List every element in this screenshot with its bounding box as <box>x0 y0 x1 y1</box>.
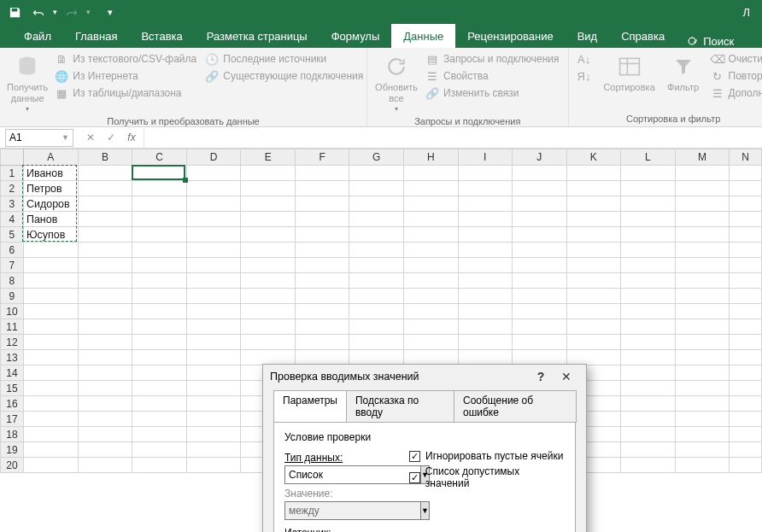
tab-review[interactable]: Рецензирование <box>455 24 565 48</box>
get-data-button[interactable]: Получить данные ▾ <box>5 51 50 114</box>
svg-point-0 <box>689 38 695 44</box>
undo-icon[interactable] <box>29 3 48 21</box>
reapply-icon: ↻ <box>711 69 724 83</box>
properties-icon: ☰ <box>425 69 439 83</box>
properties-button[interactable]: ☰Свойства <box>422 68 563 84</box>
ribbon-group-connections: Обновить все ▾ ▤Запросы и подключения ☰С… <box>367 48 569 126</box>
link-icon: 🔗 <box>205 69 219 83</box>
edit-links-button[interactable]: 🔗Изменить связи <box>422 85 563 101</box>
redo-icon[interactable] <box>62 3 81 21</box>
save-icon[interactable] <box>5 3 24 21</box>
fx-icon: fx <box>127 132 135 143</box>
recent-sources-button[interactable]: 🕓Последние источники <box>202 51 366 67</box>
from-table-button[interactable]: ▦Из таблицы/диапазона <box>51 85 200 101</box>
table-icon: ▦ <box>55 86 68 100</box>
ribbon-group-label: Получить и преобразовать данные <box>5 114 361 129</box>
dialog-titlebar[interactable]: Проверка вводимых значений ? ✕ <box>263 365 586 389</box>
ribbon-group-sort-filter: A↓ Я↓ Сортировка Фильтр ⌫Очистит ↻Повтор… <box>569 48 762 126</box>
clear-filter-button[interactable]: ⌫Очистит <box>707 51 762 67</box>
help-button[interactable]: ? <box>528 365 554 389</box>
from-web-button[interactable]: 🌐Из Интернета <box>51 68 200 84</box>
value-label: Значение: <box>284 488 397 500</box>
file-text-icon: 🗎 <box>55 52 68 66</box>
group-caption: Условие проверки <box>284 431 565 443</box>
queries-button[interactable]: ▤Запросы и подключения <box>422 51 563 67</box>
chevron-down-icon: ▼ <box>420 501 430 520</box>
source-label: Источник: <box>284 527 565 532</box>
reapply-button[interactable]: ↻Повтори <box>707 68 762 84</box>
tab-home[interactable]: Главная <box>63 24 129 48</box>
close-icon: ✕ <box>561 370 572 383</box>
ignore-blank-checkbox[interactable]: ✓ Игнорировать пустые ячейки <box>409 450 565 462</box>
sort-button[interactable]: Сортировка <box>600 51 659 95</box>
value-input <box>284 501 420 520</box>
advanced-button[interactable]: ☰Дополни <box>707 85 762 101</box>
type-label: Тип данных: <box>284 452 397 464</box>
dropdown-list-checkbox[interactable]: ✓ Список допустимых значений <box>409 465 565 489</box>
check-icon: ✓ <box>107 132 115 143</box>
tab-data[interactable]: Данные <box>391 24 455 48</box>
sort-za-button[interactable]: Я↓ <box>574 68 595 84</box>
dialog-tabstrip: Параметры Подсказка по вводу Сообщение о… <box>273 390 576 423</box>
ribbon: Получить данные ▾ 🗎Из текстового/CSV-фай… <box>0 48 762 127</box>
from-csv-button[interactable]: 🗎Из текстового/CSV-файла <box>51 51 200 67</box>
cancel-formula-button[interactable]: ✕ <box>80 129 101 147</box>
tell-me-search[interactable]: Поиск <box>677 35 744 48</box>
x-icon: ✕ <box>86 132 95 143</box>
globe-icon: 🌐 <box>55 69 68 83</box>
tab-layout[interactable]: Разметка страницы <box>195 24 319 48</box>
sort-icon <box>616 53 643 80</box>
database-icon <box>14 53 41 80</box>
insert-function-button[interactable]: fx <box>121 129 142 147</box>
list-icon: ▤ <box>425 52 439 66</box>
formula-bar: A1 ▼ ✕ ✓ fx <box>0 127 762 149</box>
svg-rect-2 <box>619 58 639 74</box>
advanced-icon: ☰ <box>711 86 724 100</box>
edit-links-icon: 🔗 <box>425 86 439 100</box>
clear-icon: ⌫ <box>711 52 724 66</box>
ribbon-group-label: Сортировка и фильтр <box>574 112 762 126</box>
dialog-overlay: Проверка вводимых значений ? ✕ Параметры… <box>0 149 762 532</box>
tab-file[interactable]: Файл <box>12 24 63 48</box>
worksheet-grid[interactable]: ABCDEFGHIJKLMN1Иванов2Петров3Сидоров4Пан… <box>0 149 762 532</box>
ribbon-group-get-data: Получить данные ▾ 🗎Из текстового/CSV-фай… <box>0 48 367 126</box>
tab-error-msg[interactable]: Сообщение об ошибке <box>454 390 577 423</box>
dialog-title: Проверка вводимых значений <box>270 371 419 383</box>
value-combo: ▼ <box>284 501 397 520</box>
tab-insert[interactable]: Вставка <box>129 24 194 48</box>
filter-button[interactable]: Фильтр <box>661 51 706 95</box>
type-combo[interactable]: ▼ <box>284 465 397 484</box>
sort-desc-icon: Я↓ <box>577 69 591 83</box>
truncated-title: Л <box>742 6 757 19</box>
title-bar: ▾ ▾ ▾ Л <box>0 0 762 24</box>
chevron-down-icon[interactable]: ▼ <box>62 133 69 142</box>
accept-formula-button[interactable]: ✓ <box>101 129 121 147</box>
data-validation-dialog: Проверка вводимых значений ? ✕ Параметры… <box>262 364 587 532</box>
ribbon-group-label: Запросы и подключения <box>372 114 563 129</box>
filter-icon <box>670 53 697 80</box>
sort-az-button[interactable]: A↓ <box>574 51 595 67</box>
tab-view[interactable]: Вид <box>566 24 610 48</box>
existing-connections-button[interactable]: 🔗Существующие подключения <box>202 68 366 84</box>
dialog-panel: Условие проверки Тип данных: ▼ Значение: <box>273 422 576 532</box>
tab-parameters[interactable]: Параметры <box>273 390 347 423</box>
sort-asc-icon: A↓ <box>577 52 591 66</box>
refresh-all-button[interactable]: Обновить все ▾ <box>372 51 420 114</box>
type-input[interactable] <box>284 465 420 484</box>
svg-point-1 <box>20 57 36 64</box>
refresh-icon <box>383 53 410 80</box>
formula-input[interactable] <box>144 129 760 147</box>
tab-formulas[interactable]: Формулы <box>319 24 392 48</box>
menu-bar: Файл Главная Вставка Разметка страницы Ф… <box>0 24 762 48</box>
tab-help[interactable]: Справка <box>609 24 677 48</box>
name-box[interactable]: A1 ▼ <box>5 129 73 147</box>
tab-input-hint[interactable]: Подсказка по вводу <box>346 390 454 423</box>
recent-icon: 🕓 <box>205 52 219 66</box>
close-button[interactable]: ✕ <box>554 365 579 389</box>
checkbox-checked-icon: ✓ <box>409 472 420 483</box>
checkbox-checked-icon: ✓ <box>409 451 420 462</box>
